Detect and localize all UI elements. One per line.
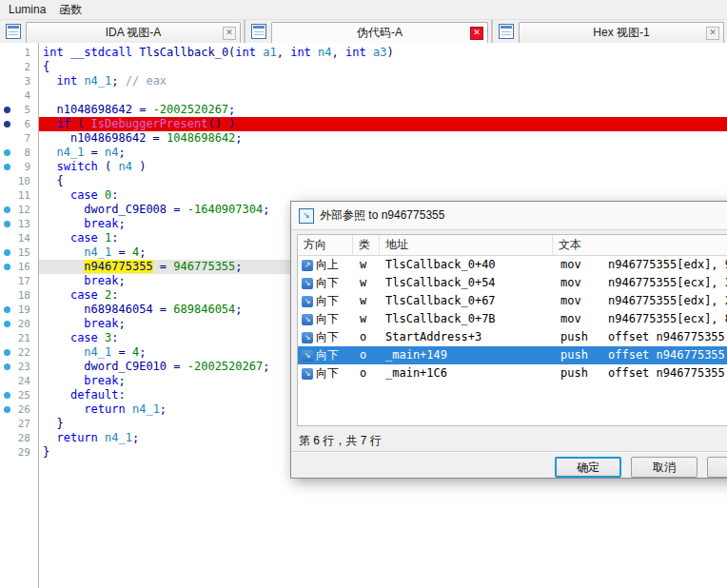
tab-label: Hex 视图-1 (593, 25, 649, 41)
direction-label: 向下 (316, 292, 339, 310)
xref-mnemonic: mov (553, 310, 608, 328)
xref-row[interactable]: ↘向下wTlsCallback_0+54movn946775355[ecx], … (298, 274, 727, 292)
nav-dot-icon (4, 406, 10, 413)
menu-item-2[interactable]: 函数 (52, 0, 88, 20)
xref-direction-icon: ↘ (302, 350, 313, 362)
tab-strip: IDA 视图-A✕伪代码-A✕Hex 视图-1✕ (0, 20, 727, 44)
code-line[interactable]: 9 switch ( n4 ) (0, 160, 727, 174)
xref-mnemonic: mov (553, 256, 608, 274)
column-header-3[interactable]: 地址 (380, 235, 553, 255)
nav-dot-icon (4, 164, 10, 170)
xref-direction-icon: ↘ (302, 314, 313, 325)
code-line[interactable]: 6 if ( IsDebuggerPresent() ) (0, 117, 727, 131)
xref-row[interactable]: ↘向下o_main+149pushoffset n946775355; p_n9 (298, 346, 727, 364)
partial-button[interactable] (707, 457, 727, 478)
code-line[interactable]: 5 n1048698642 = -2002520267; (0, 103, 727, 117)
column-header-1[interactable]: 方向 (298, 235, 353, 255)
direction-label: 向上 (316, 256, 339, 274)
code-line[interactable]: 3 int n4_1; // eax (0, 74, 727, 88)
xref-address: TlsCallback_0+7B (380, 310, 553, 328)
xref-direction-icon: ↘ (302, 332, 313, 343)
xref-type: w (353, 310, 380, 328)
nav-dot-icon (4, 321, 10, 327)
code-text (39, 88, 727, 103)
nav-dot-icon (4, 306, 10, 313)
row-count-status: 第 6 行，共 7 行 (299, 433, 382, 449)
xref-operands: n946775355[edx], 9E31B (608, 256, 727, 274)
xref-dialog-icon: ↘ (299, 208, 314, 224)
tab-1[interactable]: IDA 视图-A✕ (26, 22, 241, 43)
line-number: 21 (0, 331, 39, 345)
nav-dot-icon (4, 264, 10, 270)
code-line[interactable]: 7 n1048698642 = 1048698642; (0, 131, 727, 146)
direction-label: 向下 (316, 274, 339, 292)
tab-label: 伪代码-A (357, 25, 403, 41)
menu-bar: Lumina函数 (0, 0, 727, 20)
xref-operands: offset n946775355; p_n9 (608, 364, 727, 382)
close-icon[interactable]: ✕ (706, 27, 719, 40)
direction-label: 向下 (316, 328, 339, 346)
xref-address: TlsCallback_0+67 (380, 292, 553, 310)
xref-table-body: ↗向上wTlsCallback_0+40movn946775355[edx], … (298, 256, 727, 382)
code-text: { (39, 60, 727, 74)
nav-dot-icon (4, 121, 10, 127)
line-number: 9 (0, 160, 39, 174)
nav-dot-icon (4, 206, 10, 213)
tab-3[interactable]: Hex 视图-1✕ (519, 22, 724, 43)
code-line[interactable]: 10 { (0, 174, 727, 188)
code-line[interactable]: 1int __stdcall TlsCallback_0(int a1, int… (0, 46, 727, 60)
xref-row[interactable]: ↘向下oStartAddress+3pushoffset n946775355;… (298, 328, 727, 346)
code-line[interactable]: 2{ (0, 60, 727, 74)
direction-label: 向下 (316, 310, 339, 328)
line-number: 19 (0, 303, 39, 317)
direction-label: 向下 (316, 364, 339, 382)
tab-label: IDA 视图-A (106, 25, 162, 41)
xref-address: TlsCallback_0+54 (380, 274, 553, 292)
xref-direction-icon: ↘ (302, 368, 313, 380)
line-number: 14 (0, 231, 39, 245)
xref-address: _main+1C6 (380, 364, 553, 382)
menu-item-1[interactable]: Lumina (2, 1, 52, 18)
ok-button[interactable]: 确定 (555, 457, 621, 478)
xref-type: o (353, 346, 380, 364)
xref-type: w (353, 274, 380, 292)
xref-mnemonic: push (553, 328, 608, 346)
xref-operands: offset n946775355; p_n9 (608, 328, 727, 346)
line-number: 12 (0, 203, 39, 217)
line-number: 7 (0, 131, 39, 146)
line-number: 25 (0, 388, 39, 402)
ida-view-icon (6, 24, 21, 39)
dialog-title: 外部参照 to n946775355 (320, 207, 444, 224)
xref-type: w (353, 292, 380, 310)
code-text: switch ( n4 ) (39, 160, 727, 174)
code-line[interactable]: 4 (0, 88, 727, 103)
line-number: 27 (0, 417, 39, 431)
xref-row[interactable]: ↘向下wTlsCallback_0+7Bmovn946775355[ecx], … (298, 310, 727, 328)
line-number: 28 (0, 431, 39, 445)
xref-row[interactable]: ↘向下wTlsCallback_0+67movn946775355[edx], … (298, 292, 727, 310)
column-header-4[interactable]: 文本 (553, 235, 727, 255)
dialog-titlebar[interactable]: ↘ 外部参照 to n946775355 (291, 202, 727, 230)
xref-row[interactable]: ↘向下o_main+1C6pushoffset n946775355; p_n9 (298, 364, 727, 382)
xref-address: _main+149 (380, 346, 553, 364)
nav-dot-icon (4, 107, 10, 113)
direction-label: 向下 (316, 346, 339, 364)
line-number: 16 (0, 260, 39, 274)
xref-direction-icon: ↘ (302, 278, 313, 289)
close-icon[interactable]: ✕ (223, 27, 236, 40)
xref-operands: n946775355[edx], 291E3 (608, 292, 727, 310)
xref-operands: n946775355[ecx], 88A3F7 (608, 310, 727, 328)
cancel-button[interactable]: 取消 (631, 457, 698, 478)
xref-direction-icon: ↗ (302, 260, 313, 271)
code-line[interactable]: 8 n4_1 = n4; (0, 146, 727, 160)
line-number: 26 (0, 402, 39, 417)
tab-2[interactable]: 伪代码-A✕ (271, 22, 488, 43)
xref-row[interactable]: ↗向上wTlsCallback_0+40movn946775355[edx], … (298, 256, 727, 274)
nav-dot-icon (4, 221, 10, 227)
xref-table: 方向类地址文本 ↗向上wTlsCallback_0+40movn94677535… (297, 234, 727, 426)
column-header-2[interactable]: 类 (353, 235, 380, 255)
code-text: int __stdcall TlsCallback_0(int a1, int … (39, 46, 727, 60)
close-icon[interactable]: ✕ (470, 27, 483, 40)
line-number: 24 (0, 374, 39, 388)
xref-mnemonic: push (553, 364, 608, 382)
